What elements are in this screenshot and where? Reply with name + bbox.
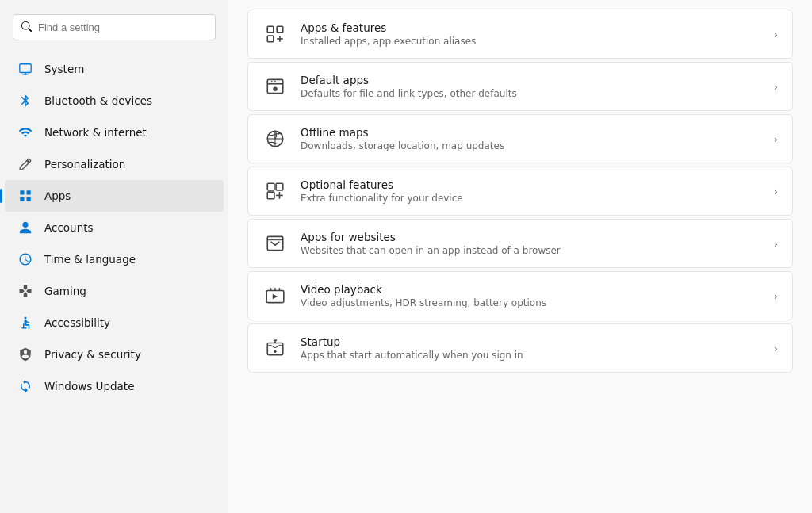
- sidebar-item-network[interactable]: Network & internet: [5, 117, 224, 148]
- sidebar-label-bluetooth: Bluetooth & devices: [44, 94, 152, 107]
- svg-rect-27: [267, 236, 283, 250]
- optional-features-desc: Extra functionality for your device: [301, 193, 761, 204]
- svg-rect-6: [27, 197, 31, 201]
- sidebar-label-personalization: Personalization: [44, 158, 125, 170]
- svg-rect-4: [27, 190, 31, 194]
- sidebar-item-bluetooth[interactable]: Bluetooth & devices: [5, 85, 224, 117]
- offline-maps-title: Offline maps: [301, 126, 761, 139]
- svg-rect-8: [267, 26, 274, 33]
- accessibility-icon: [17, 315, 33, 331]
- personalization-icon: [17, 156, 33, 172]
- svg-point-7: [25, 317, 27, 320]
- default-apps-icon: [262, 74, 288, 99]
- svg-rect-10: [267, 36, 274, 42]
- sidebar-label-network: Network & internet: [44, 126, 147, 139]
- settings-item-default-apps[interactable]: Default apps Defaults for file and link …: [247, 62, 793, 111]
- gaming-icon: [17, 283, 33, 299]
- settings-item-apps-features[interactable]: Apps & features Installed apps, app exec…: [247, 10, 793, 59]
- svg-point-15: [273, 87, 277, 91]
- apps-features-text: Apps & features Installed apps, app exec…: [301, 21, 761, 47]
- search-box[interactable]: [13, 14, 216, 40]
- sidebar-item-update[interactable]: Windows Update: [5, 370, 224, 402]
- settings-item-video-playback[interactable]: Video playback Video adjustments, HDR st…: [247, 271, 793, 320]
- accounts-icon: [17, 220, 33, 235]
- main-content: Apps & features Installed apps, app exec…: [228, 0, 812, 513]
- sidebar-item-accessibility[interactable]: Accessibility: [5, 307, 224, 339]
- offline-maps-text: Offline maps Downloads, storage location…: [301, 126, 761, 151]
- offline-maps-desc: Downloads, storage location, map updates: [301, 140, 761, 151]
- default-apps-title: Default apps: [301, 74, 761, 86]
- sidebar-label-accessibility: Accessibility: [44, 316, 110, 329]
- sidebar-label-apps: Apps: [44, 190, 71, 202]
- default-apps-desc: Defaults for file and link types, other …: [301, 88, 761, 99]
- video-playback-chevron: ›: [774, 290, 778, 302]
- apps-websites-icon: [262, 231, 288, 256]
- sidebar-label-accounts: Accounts: [44, 221, 94, 234]
- svg-rect-22: [267, 183, 274, 190]
- apps-websites-title: Apps for websites: [301, 231, 761, 243]
- svg-rect-3: [20, 190, 24, 194]
- apps-features-chevron: ›: [774, 29, 778, 40]
- search-input[interactable]: [38, 21, 207, 33]
- settings-item-startup[interactable]: Startup Apps that start automatically wh…: [247, 323, 793, 373]
- video-playback-text: Video playback Video adjustments, HDR st…: [301, 283, 761, 308]
- search-icon: [21, 20, 32, 35]
- optional-features-text: Optional features Extra functionality fo…: [301, 178, 761, 204]
- sidebar-label-gaming: Gaming: [44, 285, 86, 297]
- sidebar-label-update: Windows Update: [44, 380, 134, 392]
- privacy-icon: [17, 346, 33, 362]
- video-playback-icon: [262, 283, 288, 308]
- update-icon: [17, 378, 33, 394]
- apps-features-title: Apps & features: [301, 21, 761, 34]
- apps-features-icon: [262, 21, 288, 47]
- optional-features-title: Optional features: [301, 178, 761, 191]
- svg-rect-5: [20, 197, 24, 201]
- sidebar-item-accounts[interactable]: Accounts: [5, 212, 224, 243]
- sidebar-label-system: System: [44, 63, 84, 75]
- apps-features-desc: Installed apps, app execution aliases: [301, 36, 761, 47]
- sidebar-item-system[interactable]: System: [5, 53, 224, 85]
- offline-maps-chevron: ›: [774, 133, 778, 145]
- svg-line-21: [278, 132, 279, 134]
- svg-point-34: [274, 350, 276, 353]
- system-icon: [17, 61, 33, 77]
- default-apps-chevron: ›: [774, 81, 778, 93]
- startup-text: Startup Apps that start automatically wh…: [301, 335, 761, 361]
- sidebar-label-time: Time & language: [44, 253, 136, 266]
- startup-desc: Apps that start automatically when you s…: [301, 350, 761, 361]
- sidebar-item-apps[interactable]: Apps: [5, 180, 224, 212]
- video-playback-title: Video playback: [301, 283, 761, 296]
- apps-icon: [17, 188, 33, 204]
- settings-item-apps-websites[interactable]: Apps for websites Websites that can open…: [247, 219, 793, 268]
- sidebar-item-time[interactable]: Time & language: [5, 243, 224, 275]
- time-icon: [17, 251, 33, 267]
- settings-item-offline-maps[interactable]: Offline maps Downloads, storage location…: [247, 114, 793, 163]
- apps-websites-text: Apps for websites Websites that can open…: [301, 231, 761, 256]
- bluetooth-icon: [17, 93, 33, 109]
- sidebar: System Bluetooth & devices Network & int…: [0, 0, 228, 513]
- default-apps-text: Default apps Defaults for file and link …: [301, 74, 761, 99]
- svg-rect-23: [276, 183, 283, 190]
- startup-chevron: ›: [774, 343, 778, 354]
- sidebar-item-privacy[interactable]: Privacy & security: [5, 339, 224, 370]
- svg-rect-24: [267, 192, 274, 199]
- sidebar-item-personalization[interactable]: Personalization: [5, 148, 224, 180]
- svg-rect-0: [20, 64, 31, 73]
- network-icon: [17, 124, 33, 140]
- settings-item-optional-features[interactable]: Optional features Extra functionality fo…: [247, 167, 793, 216]
- optional-features-icon: [262, 178, 288, 204]
- sidebar-label-privacy: Privacy & security: [44, 348, 141, 361]
- apps-websites-desc: Websites that can open in an app instead…: [301, 245, 761, 256]
- offline-maps-icon: [262, 126, 288, 151]
- sidebar-item-gaming[interactable]: Gaming: [5, 275, 224, 307]
- svg-rect-9: [277, 26, 283, 33]
- startup-title: Startup: [301, 335, 761, 348]
- optional-features-chevron: ›: [774, 186, 778, 197]
- apps-websites-chevron: ›: [774, 238, 778, 250]
- startup-icon: [262, 335, 288, 361]
- video-playback-desc: Video adjustments, HDR streaming, batter…: [301, 297, 761, 308]
